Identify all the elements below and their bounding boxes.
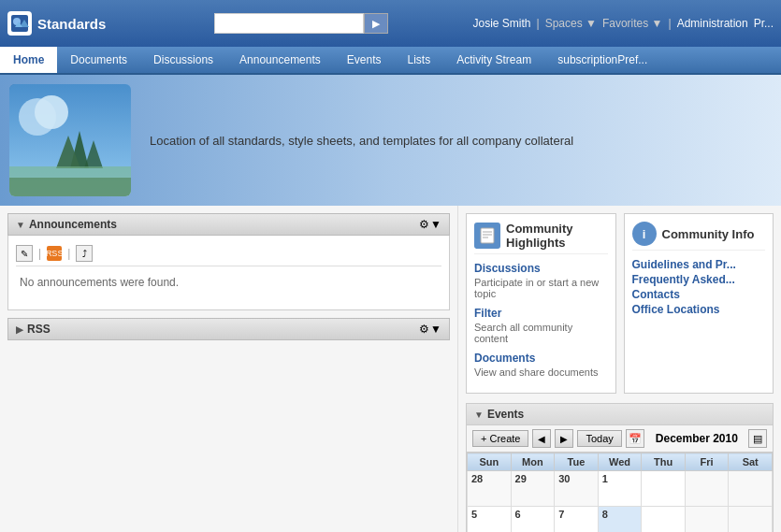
calendar-cell[interactable]: 8	[598, 507, 642, 533]
tab-discussions[interactable]: Discussions	[140, 47, 226, 73]
calendar-cell[interactable]	[685, 507, 729, 533]
tab-activity-stream[interactable]: Activity Stream	[443, 47, 544, 73]
nav-tabs: Home Documents Discussions Announcements…	[0, 47, 781, 75]
calendar-view-icon[interactable]: 📅	[626, 429, 644, 448]
rss-section-header[interactable]: ▶ RSS ⚙ ▼	[7, 318, 450, 340]
announcements-actions: ✎ | RSS | ⤴	[16, 241, 441, 266]
cal-header-sun: Sun	[468, 453, 512, 471]
filter-link[interactable]: Filter	[474, 307, 608, 320]
tab-home[interactable]: Home	[0, 47, 57, 73]
calendar-cell[interactable]	[729, 507, 773, 533]
events-title: Events	[487, 408, 524, 421]
calendar-cell[interactable]	[685, 471, 729, 507]
left-panel: ▼ Announcements ⚙ ▼ ✎ | RSS | ⤴ No annou…	[0, 206, 458, 532]
topbar: Standards ▶ Josie Smith | Spaces ▼ Favor…	[0, 0, 781, 47]
separator-1: |	[537, 17, 540, 30]
calendar-cell[interactable]	[642, 471, 686, 507]
calendar-cell[interactable]: 29	[511, 471, 555, 507]
rss-title: ▶ RSS	[16, 323, 51, 336]
calendar-cell[interactable]: 30	[555, 471, 599, 507]
cal-header-tue: Tue	[555, 453, 599, 471]
community-highlights-header: Community Highlights	[474, 222, 608, 254]
search-input[interactable]	[214, 13, 364, 34]
community-highlights-section: Community Highlights Discussions Partici…	[466, 213, 616, 394]
calendar-date: 7	[558, 509, 564, 520]
community-highlights-title: Community Highlights	[506, 222, 608, 250]
announcements-body: ✎ | RSS | ⤴ No announcements were found.	[7, 236, 450, 310]
community-info-title: Community Info	[662, 227, 755, 241]
tab-lists[interactable]: Lists	[395, 47, 444, 73]
community-info-header: i Community Info	[632, 222, 766, 251]
documents-link[interactable]: Documents	[474, 352, 608, 365]
announcements-rss-icon[interactable]: RSS	[47, 246, 62, 261]
calendar-cell[interactable]: 6	[511, 507, 555, 533]
contacts-link[interactable]: Contacts	[632, 288, 766, 301]
community-row: Community Highlights Discussions Partici…	[466, 213, 774, 394]
community-highlights-icon	[474, 223, 500, 249]
documents-desc: View and share documents	[474, 367, 608, 378]
community-info-section: i Community Info Guidelines and Pr... Fr…	[624, 213, 774, 394]
announcements-gear[interactable]: ⚙ ▼	[419, 218, 441, 231]
favorites-link[interactable]: Favorites ▼	[602, 17, 663, 30]
discussions-desc: Participate in or start a new topic	[474, 277, 608, 299]
events-create-button[interactable]: + Create	[472, 430, 528, 447]
tab-announcements[interactable]: Announcements	[226, 47, 334, 73]
calendar-body: 28293015678	[468, 471, 773, 533]
calendar-date: 8	[602, 509, 608, 520]
rss-gear-arrow: ▼	[430, 323, 441, 336]
tab-subscription-pref[interactable]: subscriptionPref...	[544, 47, 660, 73]
announcements-section-header[interactable]: ▼ Announcements ⚙ ▼	[7, 213, 450, 236]
no-announcements-message: No announcements were found.	[16, 272, 441, 293]
spaces-chevron: ▼	[586, 17, 597, 30]
calendar-cell[interactable]: 1	[598, 471, 642, 507]
main-content: ▼ Announcements ⚙ ▼ ✎ | RSS | ⤴ No annou…	[0, 206, 781, 532]
events-today-button[interactable]: Today	[577, 430, 621, 447]
calendar-cell[interactable]: 7	[555, 507, 599, 533]
calendar-cell[interactable]	[642, 507, 686, 533]
search-area: ▶	[129, 13, 472, 34]
calendar-cell[interactable]	[729, 471, 773, 507]
community-info-icon: i	[632, 222, 657, 246]
logo[interactable]: Standards	[7, 11, 129, 36]
calendar-date: 1	[602, 473, 608, 484]
separator-2: |	[669, 17, 672, 30]
calendar-options-icon[interactable]: ▤	[748, 429, 767, 448]
faq-link[interactable]: Frequently Asked...	[632, 273, 766, 286]
rss-gear[interactable]: ⚙ ▼	[419, 323, 441, 336]
calendar-date: 29	[515, 473, 527, 484]
month-year-label: December 2010	[648, 432, 745, 445]
top-nav: Josie Smith | Spaces ▼ Favorites ▼ | Adm…	[472, 17, 774, 30]
right-panel: Community Highlights Discussions Partici…	[458, 206, 781, 532]
calendar-date: 5	[471, 509, 477, 520]
tab-documents[interactable]: Documents	[57, 47, 140, 73]
calendar-cell[interactable]: 5	[468, 507, 512, 533]
office-locations-link[interactable]: Office Locations	[632, 303, 766, 316]
more-link[interactable]: Pr...	[754, 17, 774, 30]
announcements-edit-icon[interactable]: ✎	[16, 245, 33, 262]
announcements-tools: ⚙ ▼	[419, 218, 441, 231]
search-button[interactable]: ▶	[364, 13, 388, 34]
ann-sep: |	[38, 247, 41, 260]
plus-icon: +	[481, 433, 486, 444]
guidelines-link[interactable]: Guidelines and Pr...	[632, 258, 766, 271]
discussions-link[interactable]: Discussions	[474, 262, 608, 275]
spaces-link[interactable]: Spaces ▼	[545, 17, 597, 30]
banner-image	[9, 84, 131, 196]
tab-events[interactable]: Events	[334, 47, 395, 73]
events-next-button[interactable]: ▶	[555, 429, 573, 448]
banner: Location of all standards, style sheets,…	[0, 75, 781, 206]
announcements-share-icon[interactable]: ⤴	[76, 245, 93, 262]
logo-icon	[7, 11, 32, 36]
user-name-link[interactable]: Josie Smith	[472, 17, 530, 30]
events-prev-button[interactable]: ◀	[532, 429, 551, 448]
cal-header-wed: Wed	[598, 453, 642, 471]
calendar-table: Sun Mon Tue Wed Thu Fri Sat 28293015678	[467, 453, 773, 532]
gear-icon: ⚙	[419, 218, 429, 231]
events-section: ▼ Events + Create ◀ ▶ Today 📅 December 2…	[466, 403, 774, 532]
calendar-cell[interactable]: 28	[468, 471, 512, 507]
announcements-collapse-arrow: ▼	[16, 220, 25, 230]
administration-link[interactable]: Administration	[677, 17, 748, 30]
events-header: ▼ Events	[467, 404, 773, 425]
gear-dropdown-arrow: ▼	[430, 218, 441, 231]
logo-text: Standards	[37, 16, 106, 32]
